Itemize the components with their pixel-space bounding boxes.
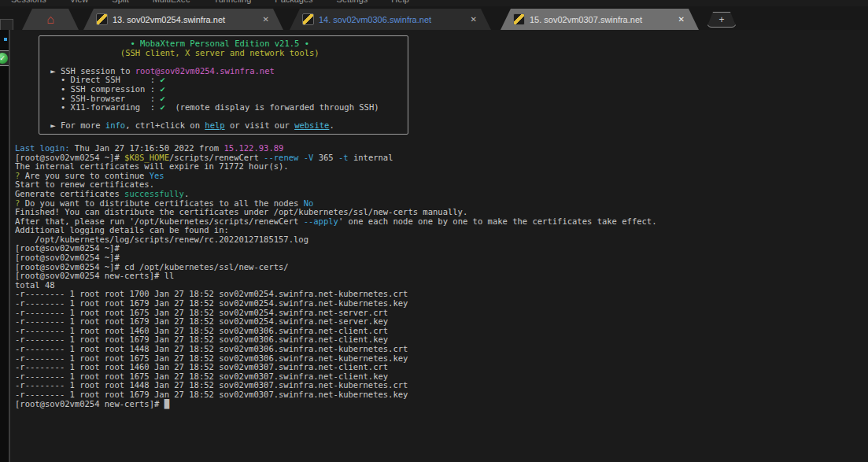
terminal-line: ► For more info, ctrl+click on help or v… <box>46 121 401 131</box>
menu-item-tunneling[interactable]: Tunneling <box>213 0 251 4</box>
text-segment: • Direct SSH : <box>46 75 160 84</box>
text-segment: . <box>184 189 189 198</box>
menu-item-view[interactable]: View <box>70 0 89 4</box>
text-segment: [root@sov02vm0254 new-certs]# ll <box>15 271 174 280</box>
menu-item-multiexec[interactable]: MultiExec <box>153 0 190 4</box>
terminal-link[interactable]: website <box>294 120 329 130</box>
tab-session-14[interactable]: 14. sov02vm0306.swinfra.net ✕ <box>290 9 491 30</box>
tab-label: 14. sov02vm0306.swinfra.net <box>319 15 464 24</box>
main-content: ✓ • MobaXterm Personal Edition v21.5 • (… <box>0 30 868 462</box>
text-segment: • SSH-browser : <box>46 94 160 103</box>
text-segment: Start to renew certificates. <box>15 179 154 189</box>
text-segment: total 48 <box>15 280 55 290</box>
home-icon: ⌂ <box>46 13 54 26</box>
text-segment: -r-------- 1 root root 1675 Jan 27 18:52… <box>15 353 408 363</box>
left-sidebar: ✓ <box>0 30 9 462</box>
close-icon[interactable]: ✕ <box>677 15 686 24</box>
text-segment: -r-------- 1 root root 1675 Jan 27 18:52… <box>15 308 388 317</box>
text-segment: The internal certificates will expire in… <box>15 161 289 171</box>
text-segment: After that, please run '/opt/kubernetes/… <box>15 216 304 226</box>
text-segment: /opt/kubernetes/log/scripts/renew/rc.202… <box>15 235 308 244</box>
text-segment: ✔ <box>160 94 164 103</box>
text-segment: -r-------- 1 root root 1448 Jan 27 18:52… <box>15 380 408 390</box>
terminal-line: • X11-forwarding : ✔ (remote display is … <box>46 103 401 113</box>
text-segment: (SSH client, X server and network tools) <box>46 48 319 57</box>
terminal-line: [root@sov02vm0254 new-certs]# █ <box>15 400 868 409</box>
text-segment: [root@sov02vm0254 new-certs]# <box>15 399 164 408</box>
window-control <box>0 19 13 30</box>
text-segment: -r-------- 1 root root 1448 Jan 27 18:52… <box>15 344 408 353</box>
session-icon <box>513 13 525 25</box>
text-segment: --renew <box>264 153 298 162</box>
text-segment: • SSH compression : <box>46 84 160 94</box>
text-segment: ► SSH session to <box>46 66 135 76</box>
session-status-button[interactable]: ✓ <box>0 50 9 66</box>
text-segment: . <box>329 120 334 130</box>
green-check-icon: ✓ <box>0 53 8 64</box>
text-segment: 365 <box>313 153 338 162</box>
text-segment: --apply <box>304 216 338 226</box>
text-segment: internal <box>349 153 393 162</box>
text-segment: -t <box>338 153 349 162</box>
home-tab[interactable]: ⌂ <box>22 9 79 30</box>
text-segment: Yes <box>150 171 164 180</box>
tab-bar: ⌂ 13. sov02vm0254.swinfra.net ✕ 14. sov0… <box>0 6 868 30</box>
tab-session-15[interactable]: 15. sov02vm0307.swinfra.net ✕ <box>500 9 699 30</box>
terminal-link[interactable]: help <box>205 120 224 130</box>
status-dot-icon <box>4 38 7 41</box>
tab-label: 15. sov02vm0307.swinfra.net <box>530 15 672 24</box>
menu-item-split[interactable]: Split <box>112 0 128 4</box>
text-segment: , ctrl+click on <box>125 120 205 130</box>
text-segment: ✔ <box>160 75 164 84</box>
terminal-line: [root@sov02vm0254 new-certs]# ll <box>15 272 868 281</box>
session-icon <box>302 13 314 25</box>
text-segment: No <box>304 198 314 208</box>
text-segment: Are you sure to continue <box>20 171 149 180</box>
text-segment: 15.122.93.89 <box>224 143 284 153</box>
text-segment: Finished! You can distribute the certifi… <box>15 207 467 216</box>
text-segment: info <box>105 120 125 130</box>
welcome-banner: • MobaXterm Personal Edition v21.5 • (SS… <box>39 35 408 135</box>
text-segment: -r-------- 1 root root 1679 Jan 27 18:52… <box>15 316 388 326</box>
menu-item-sessions[interactable]: Sessions <box>11 0 46 4</box>
text-segment: ' one each node one by one to make the c… <box>338 216 657 226</box>
text-segment: $K8S_HOME <box>124 153 169 162</box>
session-icon <box>96 13 108 25</box>
tab-session-13[interactable]: 13. sov02vm0254.swinfra.net ✕ <box>83 9 283 30</box>
text-segment: ✔ <box>160 84 164 94</box>
text-segment: -r-------- 1 root root 1460 Jan 27 18:52… <box>15 362 388 371</box>
menu-item-settings[interactable]: Settings <box>337 0 368 4</box>
close-icon[interactable]: ✕ <box>469 15 478 24</box>
text-segment: root@sov02vm0254.swinfra.net <box>135 66 275 76</box>
mobaxterm-window: Sessions View Split MultiExec Tunneling … <box>0 0 868 462</box>
banner-lines: • MobaXterm Personal Edition v21.5 • (SS… <box>46 39 401 131</box>
terminal-line: /opt/kubernetes/log/scripts/renew/rc.202… <box>15 235 868 245</box>
text-segment: Last login: <box>15 143 70 153</box>
terminal-line: (SSH client, X server and network tools) <box>46 49 401 58</box>
text-segment: Thu Jan 27 17:16:50 2022 from <box>70 143 224 153</box>
menu-item-help[interactable]: Help <box>391 0 409 4</box>
text-segment: ► For more <box>46 120 105 130</box>
menu-item-packages[interactable]: Packages <box>275 0 312 4</box>
menu-bar: Sessions View Split MultiExec Tunneling … <box>0 0 868 6</box>
text-segment: Generate certificates <box>15 189 124 198</box>
text-segment: [root@sov02vm0254 ~]# cd /opt/kubernetes… <box>15 262 289 272</box>
new-tab-button[interactable]: + <box>707 12 737 28</box>
text-segment: -V <box>304 153 314 162</box>
text-segment: -r-------- 1 root root 1679 Jan 27 18:52… <box>15 298 408 308</box>
text-segment: [root@sov02vm0254 ~]# <box>15 243 120 253</box>
text-segment: Do you want to distribute certificates t… <box>20 198 303 208</box>
text-segment: [root@sov02vm0254 ~]# <box>15 153 124 162</box>
text-segment: -r-------- 1 root root 1460 Jan 27 18:52… <box>15 326 388 335</box>
text-segment: [root@sov02vm0254 ~]# <box>15 253 120 262</box>
text-segment: • MobaXterm Personal Edition v21.5 • <box>46 39 309 48</box>
text-segment: • X11-forwarding : <box>46 102 160 112</box>
terminal-screen[interactable]: • MobaXterm Personal Edition v21.5 • (SS… <box>9 30 868 462</box>
text-segment: successfully <box>124 189 184 198</box>
text-segment: /scripts/renewCert <box>169 153 264 162</box>
terminal-line: [root@sov02vm0254 ~]# <box>15 244 868 253</box>
terminal-body: Last login: Thu Jan 27 17:16:50 2022 fro… <box>15 144 868 408</box>
tab-label: 13. sov02vm0254.swinfra.net <box>113 15 257 24</box>
close-icon[interactable]: ✕ <box>261 15 271 24</box>
text-segment: (remote display is forwarded through SSH… <box>165 102 379 112</box>
